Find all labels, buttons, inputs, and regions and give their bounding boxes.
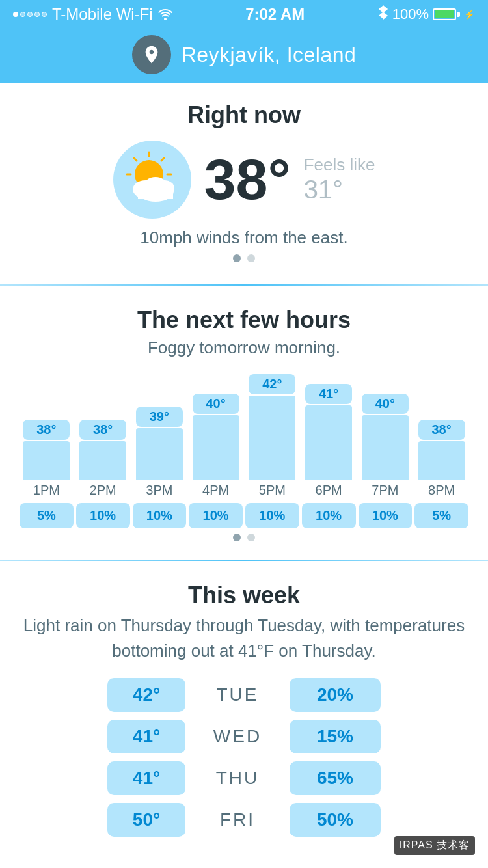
week-temp-0: 42° <box>107 678 185 712</box>
hour-temp-1: 38° <box>79 420 126 440</box>
status-right: 100% ⚡ <box>378 5 475 23</box>
this-week-section: This week Light rain on Thursday through… <box>0 567 488 850</box>
hour-precip-4: 10% <box>245 503 299 528</box>
hourly-chart-container: 38°38°39°40°42°41°40°38° 1PM2PM3PM4PM5PM… <box>13 370 475 528</box>
hour-col-6: 40° <box>357 394 414 480</box>
hour-precip-6: 10% <box>359 503 413 528</box>
svg-line-6 <box>134 158 137 161</box>
hour-label-3: 4PM <box>187 483 244 498</box>
hour-label-1: 2PM <box>75 483 131 498</box>
location-name: Reykjavík, Iceland <box>182 43 357 67</box>
divider-2 <box>0 560 488 561</box>
signal-dot-2 <box>20 12 25 17</box>
page-indicator <box>20 254 468 262</box>
hour-temp-3: 40° <box>193 394 239 414</box>
feels-like-label: Feels like <box>304 155 375 175</box>
week-precip-3: 50% <box>290 803 381 837</box>
hours-dot-2 <box>247 534 255 541</box>
right-now-title: Right now <box>20 102 468 129</box>
hour-label-5: 6PM <box>301 483 357 498</box>
week-precip-2: 65% <box>290 761 381 795</box>
watermark: IRPAS 技术客 <box>394 836 475 855</box>
hour-temp-4: 42° <box>249 374 295 394</box>
location-icon <box>132 35 171 74</box>
hour-temp-6: 40° <box>362 394 409 414</box>
hour-label-6: 7PM <box>357 483 414 498</box>
next-hours-section: The next few hours Foggy tomorrow mornin… <box>0 292 488 553</box>
signal-dot-3 <box>27 12 33 17</box>
hour-precip-1: 10% <box>76 503 130 528</box>
divider-1 <box>0 284 488 286</box>
signal-dot-4 <box>34 12 40 17</box>
hour-label-2: 3PM <box>131 483 188 498</box>
next-hours-subtitle: Foggy tomorrow morning. <box>13 338 475 358</box>
battery-icon <box>433 8 460 20</box>
weather-icon <box>113 141 191 219</box>
hour-label-4: 5PM <box>244 483 301 498</box>
hour-bar-2 <box>136 428 183 480</box>
status-time: 7:02 AM <box>245 5 305 23</box>
bluetooth-icon <box>378 5 388 23</box>
battery-percent: 100% <box>392 6 429 23</box>
hour-bar-0 <box>23 441 70 480</box>
hour-temp-7: 38° <box>418 420 465 440</box>
hour-bar-4 <box>249 396 295 480</box>
hourly-time-labels: 1PM2PM3PM4PM5PM6PM7PM8PM <box>18 483 470 498</box>
hour-bar-1 <box>79 441 126 480</box>
charging-icon: ⚡ <box>464 9 475 20</box>
hour-bar-6 <box>362 415 409 480</box>
right-now-section: Right now <box>0 83 488 278</box>
signal-dots <box>13 12 47 17</box>
hour-col-7: 38° <box>413 420 470 480</box>
signal-dot-5 <box>42 12 47 17</box>
status-left: T-Mobile Wi-Fi <box>13 5 172 23</box>
svg-line-7 <box>161 158 164 161</box>
hour-temp-2: 39° <box>136 407 183 427</box>
week-precip-0: 20% <box>290 678 381 712</box>
wind-text: 10mph winds from the east. <box>20 228 468 248</box>
week-temp-2: 41° <box>107 761 185 795</box>
hour-precip-7: 5% <box>414 503 468 528</box>
hours-dot-1 <box>233 534 241 541</box>
page-dot-2 <box>247 254 255 262</box>
svg-rect-14 <box>138 190 173 199</box>
hour-col-3: 40° <box>187 394 244 480</box>
week-day-0: TUE <box>198 685 277 705</box>
watermark-text: IRPAS 技术客 <box>400 839 470 850</box>
week-day-3: FRI <box>198 809 277 830</box>
temperature-display: 38° <box>204 151 291 208</box>
hour-label-7: 8PM <box>413 483 470 498</box>
hours-page-indicator <box>13 534 475 541</box>
week-rows: 42°TUE20%41°WED15%41°THU65%50°FRI50% <box>20 678 468 837</box>
week-temp-3: 50° <box>107 803 185 837</box>
week-row-3: 50°FRI50% <box>20 803 468 837</box>
hourly-precip-row: 5%10%10%10%10%10%10%5% <box>18 503 470 528</box>
week-row-2: 41°THU65% <box>20 761 468 795</box>
hour-col-1: 38° <box>75 420 131 480</box>
this-week-description: Light rain on Thursday through Tuesday, … <box>20 613 468 664</box>
wifi-icon <box>158 5 172 23</box>
signal-dot-1 <box>13 12 18 17</box>
hour-col-2: 39° <box>131 407 188 480</box>
hour-precip-2: 10% <box>133 503 187 528</box>
next-hours-title: The next few hours <box>13 306 475 334</box>
hour-precip-0: 5% <box>20 503 74 528</box>
feels-like-temp: 31° <box>304 175 344 204</box>
page-dot-1 <box>233 254 241 262</box>
hourly-temp-bars: 38°38°39°40°42°41°40°38° <box>18 370 470 480</box>
week-day-1: WED <box>198 726 277 747</box>
this-week-title: This week <box>20 582 468 609</box>
header: Reykjavík, Iceland <box>0 29 488 83</box>
svg-point-0 <box>164 18 167 20</box>
hour-temp-0: 38° <box>23 420 70 440</box>
hour-label-0: 1PM <box>18 483 75 498</box>
week-precip-1: 15% <box>290 720 381 753</box>
hour-temp-5: 41° <box>305 384 352 404</box>
hour-precip-5: 10% <box>302 503 356 528</box>
week-day-2: THU <box>198 768 277 789</box>
carrier-label: T-Mobile Wi-Fi <box>52 5 153 23</box>
current-weather: 38° Feels like 31° <box>20 141 468 219</box>
hour-col-4: 42° <box>244 374 301 480</box>
feels-like-block: Feels like 31° <box>304 155 375 204</box>
hour-bar-5 <box>305 405 352 480</box>
